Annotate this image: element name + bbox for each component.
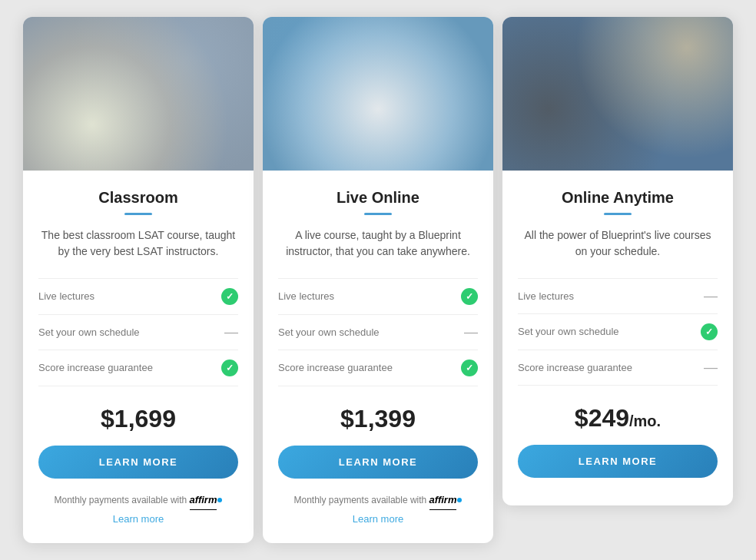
learn-more-button-live-online[interactable]: LEARN MORE xyxy=(278,446,478,479)
features-list-live-online: Live lectures✓Set your own schedule—Scor… xyxy=(278,278,478,386)
affirm-logo: affirm xyxy=(429,491,457,510)
card-description-online-anytime: All the power of Blueprint's live course… xyxy=(518,227,718,264)
feature-row-online-anytime-1: Set your own schedule✓ xyxy=(518,314,718,350)
features-list-classroom: Live lectures✓Set your own schedule—Scor… xyxy=(38,278,238,386)
check-icon: ✓ xyxy=(701,323,718,340)
check-icon: ✓ xyxy=(461,288,478,305)
check-icon: ✓ xyxy=(221,360,238,376)
card-body-online-anytime: Online AnytimeAll the power of Blueprint… xyxy=(502,171,733,505)
affirm-dot xyxy=(457,498,462,502)
price-suffix: /mo. xyxy=(629,413,661,429)
card-divider-live-online xyxy=(364,213,392,215)
feature-value-online-anytime-1: ✓ xyxy=(701,323,718,340)
feature-row-classroom-1: Set your own schedule— xyxy=(38,315,238,350)
feature-label-live-online-2: Score increase guarantee xyxy=(278,362,393,373)
feature-label-online-anytime-1: Set your own schedule xyxy=(518,326,619,337)
feature-row-live-online-2: Score increase guarantee✓ xyxy=(278,350,478,386)
affirm-section-live-online: Monthly payments available with affirmLe… xyxy=(278,491,478,529)
feature-label-online-anytime-2: Score increase guarantee xyxy=(518,362,632,373)
affirm-logo: affirm xyxy=(190,491,217,510)
card-online-anytime: Online AnytimeAll the power of Blueprint… xyxy=(502,17,733,505)
card-image-live-online xyxy=(263,17,493,171)
pricing-cards-container: ClassroomThe best classroom LSAT course,… xyxy=(23,17,733,544)
check-icon: ✓ xyxy=(461,360,478,376)
feature-value-online-anytime-2: — xyxy=(704,360,718,376)
card-price-online-anytime: $249/mo. xyxy=(518,404,718,432)
affirm-link[interactable]: Learn more xyxy=(38,510,238,528)
card-divider-online-anytime xyxy=(604,213,632,215)
card-title-classroom: Classroom xyxy=(38,189,238,207)
feature-value-classroom-1: — xyxy=(224,324,238,340)
feature-row-classroom-0: Live lectures✓ xyxy=(38,279,238,315)
feature-row-online-anytime-2: Score increase guarantee— xyxy=(518,350,718,386)
feature-value-classroom-0: ✓ xyxy=(221,288,238,305)
card-image-classroom xyxy=(23,17,254,171)
feature-label-classroom-0: Live lectures xyxy=(38,290,94,302)
card-title-online-anytime: Online Anytime xyxy=(518,189,718,207)
affirm-dot xyxy=(217,498,222,502)
card-body-classroom: ClassroomThe best classroom LSAT course,… xyxy=(23,171,254,544)
card-description-live-online: A live course, taught by a Blueprint ins… xyxy=(278,227,478,264)
feature-label-classroom-2: Score increase guarantee xyxy=(38,362,153,373)
card-body-live-online: Live OnlineA live course, taught by a Bl… xyxy=(263,171,493,544)
card-divider-classroom xyxy=(124,213,152,215)
feature-row-classroom-2: Score increase guarantee✓ xyxy=(38,350,238,386)
feature-value-classroom-2: ✓ xyxy=(221,360,238,376)
affirm-section-classroom: Monthly payments available with affirmLe… xyxy=(38,491,238,529)
check-icon: ✓ xyxy=(221,288,238,305)
feature-label-live-online-1: Set your own schedule xyxy=(278,326,380,338)
features-list-online-anytime: Live lectures—Set your own schedule✓Scor… xyxy=(518,278,718,386)
feature-label-online-anytime-0: Live lectures xyxy=(518,290,574,302)
card-classroom: ClassroomThe best classroom LSAT course,… xyxy=(23,17,254,544)
learn-more-button-classroom[interactable]: LEARN MORE xyxy=(38,446,238,479)
learn-more-button-online-anytime[interactable]: LEARN MORE xyxy=(518,445,718,478)
feature-row-online-anytime-0: Live lectures— xyxy=(518,279,718,314)
feature-label-classroom-1: Set your own schedule xyxy=(38,326,140,338)
feature-row-live-online-0: Live lectures✓ xyxy=(278,279,478,315)
card-description-classroom: The best classroom LSAT course, taught b… xyxy=(38,227,238,264)
feature-row-live-online-1: Set your own schedule— xyxy=(278,315,478,350)
card-price-live-online: $1,399 xyxy=(278,405,478,433)
card-image-online-anytime xyxy=(502,17,733,171)
affirm-link[interactable]: Learn more xyxy=(278,510,478,528)
feature-value-online-anytime-0: — xyxy=(704,288,718,304)
card-live-online: Live OnlineA live course, taught by a Bl… xyxy=(263,17,493,544)
card-price-classroom: $1,699 xyxy=(38,405,238,433)
feature-value-live-online-2: ✓ xyxy=(461,360,478,376)
feature-value-live-online-0: ✓ xyxy=(461,288,478,305)
feature-value-live-online-1: — xyxy=(464,324,478,340)
feature-label-live-online-0: Live lectures xyxy=(278,290,334,302)
card-title-live-online: Live Online xyxy=(278,189,478,207)
